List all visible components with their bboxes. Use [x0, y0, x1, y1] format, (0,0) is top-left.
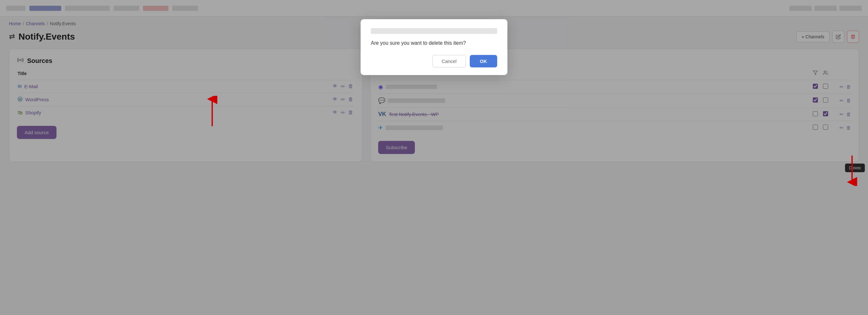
modal-overlay: Are you sure you want to delete this ite…: [0, 0, 868, 315]
modal-dialog: Are you sure you want to delete this ite…: [361, 19, 507, 75]
modal-actions: Cancel OK: [371, 55, 497, 67]
modal-blurred-bar: [371, 28, 497, 34]
modal-cancel-button[interactable]: Cancel: [432, 55, 466, 67]
modal-question: Are you sure you want to delete this ite…: [371, 40, 497, 46]
modal-ok-button[interactable]: OK: [470, 55, 497, 67]
